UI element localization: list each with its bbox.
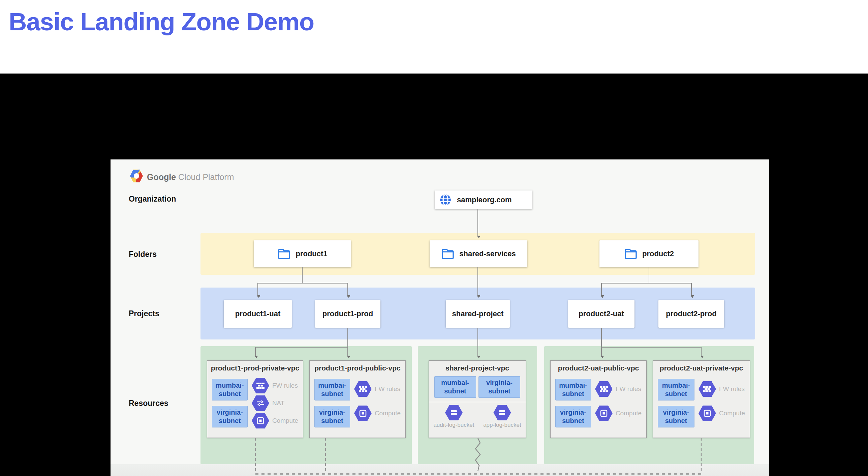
project-node-product1-uat: product1-uat [224, 300, 292, 328]
service-label: Compute [272, 417, 298, 424]
project-label: product2-prod [666, 309, 716, 318]
project-node-shared-project: shared-project [446, 300, 510, 328]
subnet-chip: mumbai-subnet [212, 379, 248, 400]
folder-node-product1: product1 [254, 240, 351, 267]
project-node-product2-uat: product2-uat [568, 300, 634, 328]
subnet-chip: virginia-subnet [314, 406, 350, 427]
compute-icon [699, 406, 716, 421]
vpc-title: product1-prod-private-vpc [207, 364, 303, 372]
service-label: FW rules [616, 385, 641, 393]
folder-label: shared-services [459, 249, 516, 258]
service-label: Compute [375, 410, 401, 417]
vpc-node-product2-uat-private: product2-uat-private-vpc mumbai-subnet v… [653, 360, 750, 438]
brand-google: Google [147, 172, 176, 182]
folder-node-shared-services: shared-services [430, 240, 527, 267]
organization-name: sampleorg.com [457, 196, 512, 204]
subnet-chip: mumbai-subnet [555, 379, 591, 400]
slide-title: Basic Landing Zone Demo [9, 7, 314, 36]
row-label-folders: Folders [129, 250, 157, 259]
subnet-chip: virginia-subnet [555, 406, 591, 427]
folder-node-product2: product2 [599, 240, 699, 267]
vpc-node-product2-uat-public: product2-uat-public-vpc mumbai-subnet vi… [550, 360, 647, 438]
gcp-logo-icon [130, 170, 143, 182]
project-node-product2-prod: product2-prod [658, 300, 724, 328]
firewall-rules-icon [595, 381, 613, 397]
slide-header: Basic Landing Zone Demo [0, 0, 868, 73]
brand-text: GoogleCloud Platform [147, 172, 234, 182]
vpc-title: shared-project-vpc [429, 364, 526, 372]
subnet-chip: virginia-subnet [658, 406, 694, 427]
firewall-rules-icon [699, 381, 716, 397]
log-bucket-icon [445, 405, 463, 420]
compute-icon [595, 406, 613, 421]
service-label: FW rules [272, 382, 298, 389]
diagram-card: GoogleCloud Platform Organization Folder… [111, 159, 769, 476]
brand-cloud-platform: Cloud Platform [178, 172, 234, 182]
folder-label: product1 [296, 249, 327, 258]
folder-icon [277, 248, 291, 260]
bucket-label: audit-log-bucket [433, 422, 474, 428]
subnet-chip: mumbai-subnet [658, 379, 694, 400]
service-label: FW rules [719, 385, 745, 393]
vpc-divider [429, 402, 526, 402]
card-bottom-shade [111, 464, 769, 476]
folder-label: product2 [642, 249, 674, 258]
log-bucket-icon [493, 405, 511, 420]
subnet-chip: mumbai-subnet [434, 376, 476, 398]
row-label-resources: Resources [129, 399, 168, 408]
project-label: product2-uat [579, 309, 624, 318]
subnet-chip: virginia-subnet [478, 376, 520, 398]
vpc-title: product1-prod-public-vpc [310, 364, 405, 372]
service-label: FW rules [375, 385, 400, 393]
organization-node: sampleorg.com [435, 190, 532, 209]
folder-icon [624, 248, 638, 260]
vpc-title: product2-uat-public-vpc [551, 364, 646, 372]
row-label-organization: Organization [129, 195, 176, 204]
compute-icon [252, 413, 269, 428]
vpc-node-product1-prod-public: product1-prod-public-vpc mumbai-subnet v… [309, 360, 406, 438]
project-node-product1-prod: product1-prod [315, 300, 380, 328]
vpc-title: product2-uat-private-vpc [653, 364, 750, 372]
firewall-rules-icon [354, 381, 372, 397]
subnet-chip: mumbai-subnet [314, 379, 350, 400]
firewall-rules-icon [252, 378, 269, 393]
bucket-label: app-log-bucket [483, 422, 521, 428]
service-label: Compute [616, 410, 642, 417]
project-label: product1-prod [322, 309, 373, 318]
service-label: NAT [272, 399, 285, 407]
video-stage: GoogleCloud Platform Organization Folder… [0, 73, 868, 476]
vpc-node-product1-prod-private: product1-prod-private-vpc mumbai-subnet … [207, 360, 303, 438]
row-label-projects: Projects [129, 309, 159, 318]
vpc-node-shared-project: shared-project-vpc mumbai-subnet virgini… [429, 360, 526, 438]
project-label: shared-project [452, 309, 504, 318]
folder-icon [441, 248, 455, 260]
nat-icon [252, 395, 269, 411]
subnet-chip: virginia-subnet [212, 406, 248, 427]
globe-icon [439, 193, 452, 207]
service-label: Compute [719, 410, 745, 417]
project-label: product1-uat [235, 309, 280, 318]
compute-icon [354, 406, 372, 421]
